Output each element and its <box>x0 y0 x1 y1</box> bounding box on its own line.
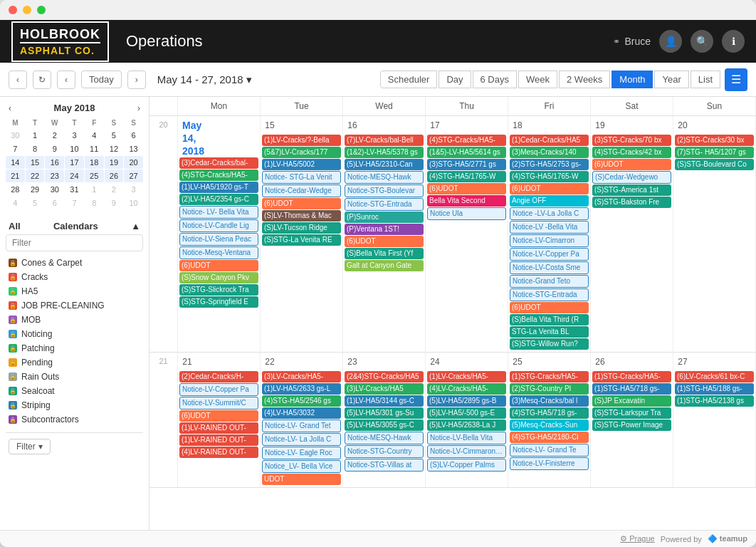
event[interactable]: STG-La Venita BL <box>510 326 589 338</box>
event[interactable]: Notice-LV-Siena Peac <box>179 233 258 246</box>
event[interactable]: (S)LV-Tucson Ridge <box>262 222 341 234</box>
event[interactable]: (5)LV-HA5/3055 gs-C <box>345 420 424 431</box>
event[interactable]: (6)UDOT <box>179 260 258 271</box>
mini-day[interactable]: 28 <box>6 183 25 196</box>
event[interactable]: (5)Mesq-Cracks-Sun <box>510 420 589 431</box>
event[interactable]: (6)UDOT <box>179 410 258 422</box>
calendar-item[interactable]: 🔒 Rain Outs <box>6 370 143 384</box>
event[interactable]: (1)LV-HA5/1920 gs-T <box>179 182 258 193</box>
filter-button[interactable]: Filter ▾ <box>9 439 51 454</box>
event[interactable]: Notice_LV- Bella Vice <box>262 460 341 473</box>
mini-day[interactable]: 30 <box>6 129 25 142</box>
calendar-item[interactable]: 🔒 Pending <box>6 355 143 370</box>
mini-day[interactable]: 21 <box>6 170 25 182</box>
event[interactable]: (5&7)LV-Cracks/177 <box>262 147 341 158</box>
mini-day[interactable]: 27 <box>124 170 143 182</box>
event[interactable]: (1&5)-LV-HA5/5614 gs <box>427 147 506 158</box>
prague-link[interactable]: ⚙ Prague <box>620 534 655 543</box>
event[interactable]: Notice-LV- Eagle Roc <box>262 447 341 459</box>
event[interactable]: (1)LV-Cracks/HA5- <box>427 371 506 382</box>
event[interactable]: (P)Ventana 1ST! <box>345 224 424 235</box>
mini-day[interactable]: 4 <box>6 197 25 209</box>
event[interactable]: (S)Snow Canyon Pkv <box>179 272 258 283</box>
view-list[interactable]: List <box>691 71 720 88</box>
event[interactable]: (3)Cedar-Cracks/bal- <box>179 157 258 169</box>
mini-day[interactable]: 13 <box>124 142 143 155</box>
event[interactable]: (S)STG-Larkspur Tra <box>592 407 671 419</box>
event[interactable]: (3)STG-HA5/2771 gs <box>427 159 506 170</box>
day-number[interactable]: 22 <box>262 354 278 370</box>
event[interactable]: Notice-STG-Entrada <box>510 288 589 301</box>
event[interactable]: Notice- STG-La Venit <box>262 171 341 184</box>
event[interactable]: Notice-Cedar-Wedge <box>262 184 341 197</box>
event[interactable]: (S)STG-Springfield E <box>179 296 258 308</box>
event[interactable]: (4)STG-HA5/2546 gs <box>262 395 341 407</box>
event[interactable]: (1)LV-HA5/5002 <box>262 159 341 170</box>
event[interactable]: Notice-LV- Grand Te <box>510 444 589 457</box>
mini-day[interactable]: 25 <box>85 170 104 182</box>
calendar-item[interactable]: 🔒 Noticing <box>6 327 143 341</box>
event[interactable]: (6)UDOT <box>427 183 506 194</box>
calendar-item[interactable]: 🔒 Striping <box>6 398 143 412</box>
event[interactable]: (6)UDOT <box>345 236 424 247</box>
event[interactable]: (1)STG-HA5/2138 gs <box>675 395 754 407</box>
mini-day[interactable]: 10 <box>124 197 143 209</box>
event[interactable]: (7)STG- HA5/1207 gs <box>675 147 754 158</box>
event[interactable]: (3)Mesq-Cracks/140 <box>510 147 589 158</box>
event[interactable]: (2)STG-Cracks/30 bx <box>675 135 754 146</box>
event[interactable]: (2&4)STG-Cracks/HA5 <box>345 371 424 382</box>
event[interactable]: Angie OFF <box>510 195 589 207</box>
day-number[interactable]: 27 <box>675 354 691 370</box>
mini-day[interactable]: 31 <box>65 183 84 196</box>
event[interactable]: (7)LV-Cracks/bal-Bell <box>345 135 424 146</box>
mini-day[interactable]: 17 <box>65 156 84 169</box>
event[interactable]: (1&2)-LV-HA5/5378 gs <box>345 147 424 158</box>
event[interactable]: (4)STG-Cracks/42 bx <box>592 147 671 158</box>
event[interactable]: Notice Ula <box>427 207 506 220</box>
event[interactable]: (1)STG-Cracks/HA5- <box>510 371 589 382</box>
mini-day[interactable]: 9 <box>45 142 64 155</box>
view-6days[interactable]: 6 Days <box>473 71 517 88</box>
event[interactable]: (2)LV-HA5/2354 gs-C <box>179 194 258 205</box>
day-number[interactable]: 24 <box>427 354 443 370</box>
event[interactable]: (5)LV-HA5/2310-Can <box>345 159 424 170</box>
mini-next[interactable]: › <box>137 103 140 113</box>
day-number[interactable]: 26 <box>592 354 608 370</box>
event[interactable]: Notice-LV-Cimarron <box>510 234 589 247</box>
event[interactable]: (5)LV-HA5/2895 gs-B <box>427 395 506 407</box>
user-avatar[interactable]: 👤 <box>659 30 682 53</box>
mini-day[interactable]: 1 <box>26 129 45 142</box>
mini-day[interactable]: 16 <box>45 156 64 169</box>
event[interactable]: Notice-LV-Copper Pa <box>510 248 589 261</box>
event[interactable]: (5)LV-HA5/301 gs-Su <box>345 407 424 419</box>
event[interactable]: Notice-STG-Country <box>345 445 424 458</box>
event[interactable]: (S)STG-Slickrock Tra <box>179 284 258 296</box>
view-scheduler[interactable]: Scheduler <box>380 71 438 88</box>
event[interactable]: UDOT <box>262 474 341 485</box>
next-button[interactable]: › <box>127 71 146 89</box>
event[interactable]: Notice-LV-Candle Lig <box>179 219 258 232</box>
event[interactable]: (S)STG-Willow Run? <box>510 338 589 350</box>
event[interactable]: (S)LV-Thomas & Mac <box>262 210 341 222</box>
day-number[interactable]: 23 <box>345 354 360 370</box>
mini-day[interactable]: 6 <box>124 129 143 142</box>
mini-day[interactable]: 7 <box>65 197 84 209</box>
calendar-item[interactable]: 🔒 Cracks <box>6 270 143 284</box>
day-number[interactable]: 20 <box>675 118 691 133</box>
event[interactable]: Notice-LV-Cimmaron Wes <box>427 445 506 458</box>
event[interactable]: Notice- LV- Bella Vita <box>179 206 258 219</box>
event[interactable]: (1)LV-HA5/2633 gs-L <box>262 383 341 395</box>
mini-day[interactable]: 30 <box>45 183 64 196</box>
day-number[interactable]: May 14, 2018 <box>179 118 195 133</box>
event[interactable]: (6)UDOT <box>592 159 671 170</box>
event[interactable]: (P)Sunroc <box>345 212 424 223</box>
prev-period-button[interactable]: ‹ <box>9 71 27 89</box>
info-icon[interactable]: ℹ <box>722 30 745 53</box>
event[interactable]: Notice-LV-Copper Pa <box>179 383 258 396</box>
event[interactable]: Notice-LV-Finisterre <box>510 457 589 470</box>
day-number[interactable]: 15 <box>262 118 278 133</box>
mini-day[interactable]: 9 <box>105 197 124 209</box>
date-range[interactable]: May 14 - 27, 2018 ▾ <box>157 73 252 86</box>
event[interactable]: Notice-Mesq-Ventana <box>179 246 258 259</box>
day-number[interactable]: 25 <box>510 354 525 370</box>
